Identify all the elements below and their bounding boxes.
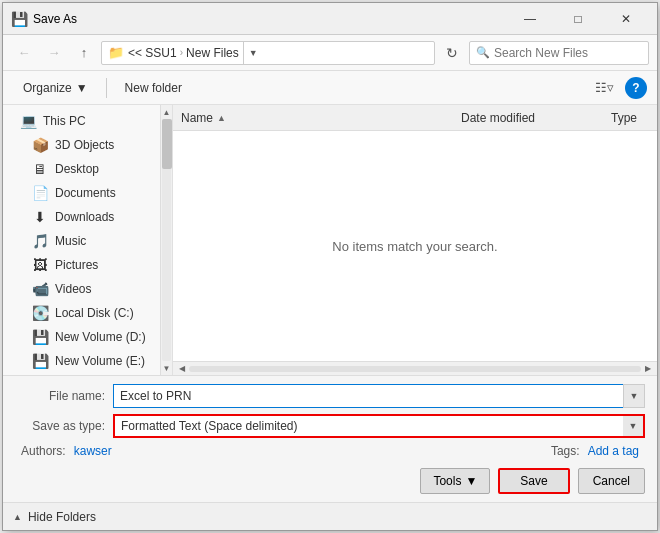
tools-button[interactable]: Tools ▼ [420, 468, 490, 494]
sort-arrow: ▲ [217, 113, 226, 123]
col-type-header[interactable]: Type [611, 111, 649, 125]
filename-row: File name: ▼ [15, 384, 645, 408]
view-button[interactable]: ☷▿ [591, 75, 617, 101]
col-date-header[interactable]: Date modified [461, 111, 611, 125]
filename-label: File name: [15, 389, 105, 403]
authors-label: Authors: [21, 444, 66, 458]
file-empty-message: No items match your search. [173, 131, 657, 361]
new-volume-d-icon: 💾 [31, 329, 49, 345]
downloads-icon: ⬇ [31, 209, 49, 225]
file-area: Name ▲ Date modified Type No items match… [173, 105, 657, 375]
sidebar-item-local-disk-c[interactable]: 💽 Local Disk (C:) [3, 301, 172, 325]
tags-label: Tags: [551, 444, 580, 458]
hscroll[interactable]: ◀ ▶ [173, 361, 657, 375]
local-disk-c-icon: 💽 [31, 305, 49, 321]
sidebar-item-pictures[interactable]: 🖼 Pictures [3, 253, 172, 277]
col-name-header[interactable]: Name ▲ [181, 111, 461, 125]
file-list-header: Name ▲ Date modified Type [173, 105, 657, 131]
new-folder-button[interactable]: New folder [115, 75, 192, 101]
sidebar-label-desktop: Desktop [55, 162, 99, 176]
this-pc-icon: 💻 [19, 113, 37, 129]
savetype-input-wrap: ▼ [113, 414, 645, 438]
hscroll-track [189, 366, 641, 372]
authors-value[interactable]: kawser [74, 444, 112, 458]
back-button[interactable]: ← [11, 40, 37, 66]
savetype-dropdown[interactable]: ▼ [623, 414, 645, 438]
filename-input-wrap: ▼ [113, 384, 645, 408]
sidebar-item-new-volume-e[interactable]: 💾 New Volume (E:) [3, 349, 172, 373]
refresh-button[interactable]: ↻ [439, 40, 465, 66]
col-name-label: Name [181, 111, 213, 125]
pictures-icon: 🖼 [31, 257, 49, 273]
sidebar-item-videos[interactable]: 📹 Videos [3, 277, 172, 301]
organize-button[interactable]: Organize ▼ [13, 75, 98, 101]
titlebar: 💾 Save As — □ ✕ [3, 3, 657, 35]
breadcrumb-path: << SSU1 [128, 46, 177, 60]
savetype-input[interactable] [113, 414, 645, 438]
tools-arrow: ▼ [465, 474, 477, 488]
music-icon: 🎵 [31, 233, 49, 249]
empty-text: No items match your search. [332, 239, 497, 254]
hscroll-right[interactable]: ▶ [641, 362, 655, 376]
tools-label: Tools [433, 474, 461, 488]
tags-value[interactable]: Add a tag [588, 444, 639, 458]
vscroll-thumb[interactable] [162, 119, 172, 169]
footer: ▲ Hide Folders [3, 502, 657, 530]
savetype-label: Save as type: [15, 419, 105, 433]
sidebar-label-new-volume-e: New Volume (E:) [55, 354, 145, 368]
search-input[interactable] [494, 46, 642, 60]
sidebar-vscroll[interactable]: ▲ ▼ [160, 105, 172, 375]
sidebar: 💻 This PC 📦 3D Objects 🖥 Desktop 📄 Docum… [3, 105, 173, 375]
hide-folders-label[interactable]: Hide Folders [28, 510, 96, 524]
titlebar-buttons: — □ ✕ [507, 4, 649, 34]
filename-dropdown[interactable]: ▼ [623, 384, 645, 408]
breadcrumb-folder-icon: 📁 [108, 45, 124, 60]
vscroll-down[interactable]: ▼ [161, 361, 172, 375]
sidebar-label-new-volume-d: New Volume (D:) [55, 330, 146, 344]
save-button[interactable]: Save [498, 468, 569, 494]
sidebar-label-music: Music [55, 234, 86, 248]
up-button[interactable]: ↑ [71, 40, 97, 66]
close-button[interactable]: ✕ [603, 4, 649, 34]
documents-icon: 📄 [31, 185, 49, 201]
forward-button[interactable]: → [41, 40, 67, 66]
sidebar-label-videos: Videos [55, 282, 91, 296]
sidebar-label-pictures: Pictures [55, 258, 98, 272]
breadcrumb[interactable]: 📁 << SSU1 › New Files ▼ [101, 41, 435, 65]
sidebar-item-music[interactable]: 🎵 Music [3, 229, 172, 253]
3d-objects-icon: 📦 [31, 137, 49, 153]
videos-icon: 📹 [31, 281, 49, 297]
organize-label: Organize [23, 81, 72, 95]
navbar: ← → ↑ 📁 << SSU1 › New Files ▼ ↻ 🔍 [3, 35, 657, 71]
filename-input[interactable] [113, 384, 645, 408]
vscroll-track [162, 119, 171, 361]
sidebar-label-3d-objects: 3D Objects [55, 138, 114, 152]
sidebar-label-downloads: Downloads [55, 210, 114, 224]
sidebar-label-documents: Documents [55, 186, 116, 200]
dialog-title: Save As [33, 12, 507, 26]
minimize-button[interactable]: — [507, 4, 553, 34]
sidebar-item-this-pc[interactable]: 💻 This PC [3, 109, 172, 133]
meta-row: Authors: kawser Tags: Add a tag [15, 444, 645, 458]
search-box[interactable]: 🔍 [469, 41, 649, 65]
breadcrumb-dropdown[interactable]: ▼ [243, 41, 263, 65]
maximize-button[interactable]: □ [555, 4, 601, 34]
sidebar-item-new-volume-d[interactable]: 💾 New Volume (D:) [3, 325, 172, 349]
search-icon: 🔍 [476, 46, 490, 59]
sidebar-label-this-pc: This PC [43, 114, 86, 128]
sidebar-item-desktop[interactable]: 🖥 Desktop [3, 157, 172, 181]
vscroll-up[interactable]: ▲ [161, 105, 172, 119]
organize-arrow: ▼ [76, 81, 88, 95]
sidebar-item-documents[interactable]: 📄 Documents [3, 181, 172, 205]
savetype-row: Save as type: ▼ [15, 414, 645, 438]
sidebar-item-downloads[interactable]: ⬇ Downloads [3, 205, 172, 229]
breadcrumb-text: << SSU1 › New Files [128, 46, 239, 60]
new-volume-e-icon: 💾 [31, 353, 49, 369]
sidebar-item-3d-objects[interactable]: 📦 3D Objects [3, 133, 172, 157]
cancel-button[interactable]: Cancel [578, 468, 645, 494]
dialog-icon: 💾 [11, 11, 27, 27]
sidebar-label-local-disk-c: Local Disk (C:) [55, 306, 134, 320]
hscroll-left[interactable]: ◀ [175, 362, 189, 376]
breadcrumb-current: New Files [186, 46, 239, 60]
help-button[interactable]: ? [625, 77, 647, 99]
